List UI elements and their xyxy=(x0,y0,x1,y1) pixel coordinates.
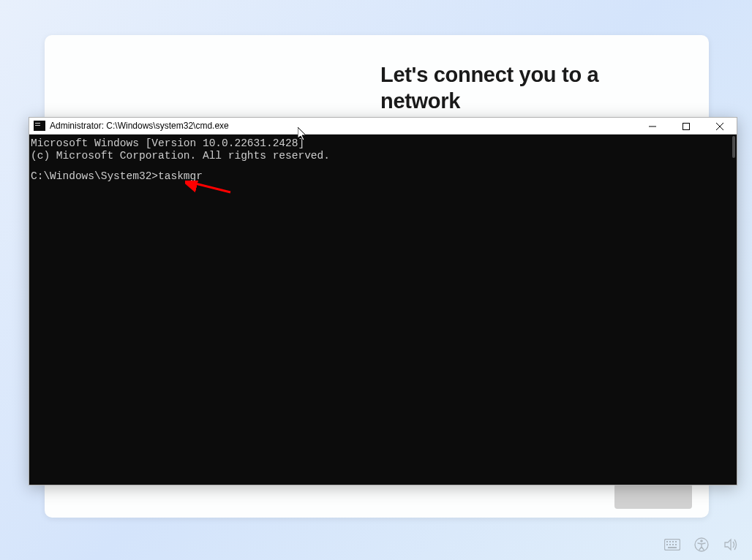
terminal-command: taskmgr xyxy=(158,170,203,182)
svg-rect-12 xyxy=(669,544,671,545)
window-titlebar[interactable]: Administrator: C:\Windows\system32\cmd.e… xyxy=(29,118,737,135)
oobe-heading: Let's connect you to a network xyxy=(380,61,598,115)
terminal-scrollbar[interactable] xyxy=(724,135,737,485)
svg-rect-13 xyxy=(672,544,674,545)
svg-rect-15 xyxy=(668,547,677,548)
volume-icon[interactable] xyxy=(723,537,739,553)
terminal-prompt-line: C:\Windows\System32>taskmgr xyxy=(31,170,735,183)
svg-rect-14 xyxy=(675,544,677,545)
oobe-next-button[interactable] xyxy=(614,484,692,509)
maximize-button[interactable] xyxy=(669,118,703,135)
terminal-copyright-line: (c) Microsoft Corporation. All rights re… xyxy=(31,150,735,162)
svg-rect-1 xyxy=(683,123,690,129)
system-tray xyxy=(664,537,739,553)
cmd-window: Administrator: C:\Windows\system32\cmd.e… xyxy=(29,117,737,485)
terminal-version-line: Microsoft Windows [Version 10.0.22631.24… xyxy=(31,137,735,150)
minimize-button[interactable] xyxy=(636,118,669,135)
svg-rect-10 xyxy=(675,541,677,542)
terminal-prompt: C:\Windows\System32> xyxy=(31,170,158,182)
scrollbar-thumb[interactable] xyxy=(732,136,735,158)
svg-rect-9 xyxy=(672,541,674,542)
svg-rect-11 xyxy=(666,544,668,545)
window-title: Administrator: C:\Windows\system32\cmd.e… xyxy=(50,121,229,131)
window-controls xyxy=(636,118,737,135)
svg-rect-8 xyxy=(669,541,671,542)
svg-rect-7 xyxy=(666,541,668,542)
svg-point-17 xyxy=(700,540,703,542)
keyboard-icon[interactable] xyxy=(664,537,680,553)
cmd-icon xyxy=(34,121,45,131)
close-button[interactable] xyxy=(703,118,737,135)
terminal-body[interactable]: Microsoft Windows [Version 10.0.22631.24… xyxy=(29,135,737,485)
accessibility-icon[interactable] xyxy=(693,537,710,553)
